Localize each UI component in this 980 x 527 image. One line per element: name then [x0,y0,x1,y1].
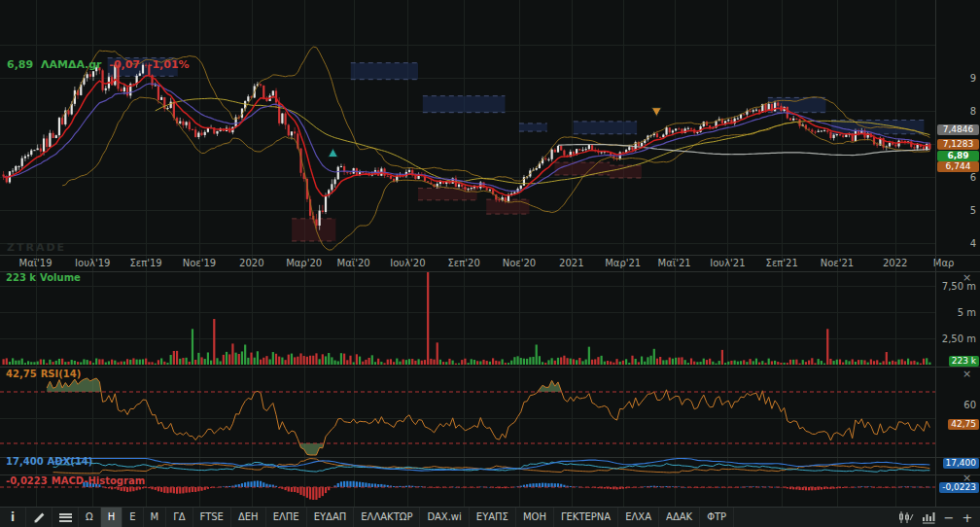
toolbar-item-ΕΛΛΑΚΤΩΡ[interactable]: ΕΛΛΑΚΤΩΡ [354,508,420,527]
macd-layer [83,480,930,500]
chart-canvas[interactable]: Μαϊ'19Ιουλ'19Σεπ'19Νοε'192020Μαρ'20Μαϊ'2… [0,0,980,507]
zoom-in-button[interactable]: + [960,510,975,525]
toolbar-item-FTSE[interactable]: FTSE [193,508,231,527]
list-icon [59,511,72,523]
svg-text:Μαϊ'20: Μαϊ'20 [337,258,370,268]
svg-text:2022: 2022 [883,258,907,268]
svg-text:Μαϊ'19: Μαϊ'19 [19,258,52,268]
price-tag-ma-lower: 6,744 [937,161,979,172]
last-price-tag: 6,89 [937,151,979,161]
svg-text:5 m: 5 m [958,307,976,318]
volume-histogram-button[interactable] [919,510,938,524]
svg-text:Νοε'20: Νοε'20 [503,258,536,268]
toolbar-item-ΕΥΑΠΣ[interactable]: ΕΥΑΠΣ [470,508,516,527]
toolbar-items: ΩΗΕΜΓΔFTSEΔΕΗΕΛΠΕΕΥΔΑΠΕΛΛΑΚΤΩΡDAX.wiΕΥΑΠ… [79,508,734,527]
toolbar-item-Η[interactable]: Η [101,508,123,527]
toolbar-item-ΔΕΗ[interactable]: ΔΕΗ [231,508,266,527]
toolbar-item-Ω[interactable]: Ω [79,508,101,527]
bottom-toolbar: i ΩΗΕΜΓΔFTSEΔΕΗΕΛΠΕΕΥΔΑΠΕΛΛΑΚΤΩΡDAX.wiΕΥ… [0,507,980,527]
toolbar-item-Ε[interactable]: Ε [122,508,143,527]
rsi-last-tag: 42,75 [948,419,979,430]
macd-last-tag: -0,0223 [939,482,979,493]
toolbar-right-group: − + [896,508,980,527]
indicator-list-button[interactable] [52,508,79,527]
price-tag-sma: 7,4846 [937,124,979,135]
histogram-icon [922,510,936,524]
toolbar-item-ΜΟΗ[interactable]: ΜΟΗ [516,508,554,527]
zoom-out-button[interactable]: − [941,510,957,525]
svg-text:Μαρ'21: Μαρ'21 [605,258,641,268]
close-rsi-panel-icon[interactable]: × [962,369,972,380]
svg-text:2020: 2020 [239,258,263,268]
svg-text:8: 8 [970,106,976,117]
toolbar-item-DAX.wi[interactable]: DAX.wi [420,508,469,527]
toolbar-item-ΕΛΠΕ[interactable]: ΕΛΠΕ [266,508,307,527]
chart-type-button[interactable] [896,510,916,524]
svg-text:Ιουλ'19: Ιουλ'19 [75,258,110,268]
svg-text:9: 9 [970,73,976,84]
svg-text:Σεπ'19: Σεπ'19 [129,258,161,268]
pencil-icon [33,511,46,524]
svg-text:2021: 2021 [559,258,583,268]
supply-demand-zones [108,58,925,241]
trading-app-window: Μαϊ'19Ιουλ'19Σεπ'19Νοε'192020Μαρ'20Μαϊ'2… [0,0,980,527]
toolbar-item-ΦΤΡ[interactable]: ΦΤΡ [700,508,734,527]
adx-last-tag: 17,400 [943,458,980,469]
volume-last-tag: 223 k [949,356,979,367]
toolbar-item-ΓΕΚΤΕΡΝΑ[interactable]: ΓΕΚΤΕΡΝΑ [554,508,618,527]
close-volume-panel-icon[interactable]: × [962,273,972,284]
svg-text:Μαϊ'21: Μαϊ'21 [658,258,691,268]
svg-text:6: 6 [970,172,976,183]
svg-text:Μαρ: Μαρ [933,258,955,268]
svg-text:Νοε'19: Νοε'19 [183,258,216,268]
toolbar-item-ΕΥΔΑΠ[interactable]: ΕΥΔΑΠ [307,508,355,527]
svg-text:4: 4 [970,238,976,249]
price-tag-ma-upper: 7,1283 [937,139,979,150]
svg-text:60: 60 [963,400,976,410]
candlestick-chart-icon [898,510,914,524]
svg-text:Μαρ'20: Μαρ'20 [286,258,322,268]
svg-text:Ιουλ'21: Ιουλ'21 [710,258,745,268]
toolbar-item-Μ[interactable]: Μ [144,508,167,527]
svg-text:2,50 m: 2,50 m [942,334,976,344]
svg-text:Νοε'21: Νοε'21 [821,258,854,268]
toolbar-item-ΕΛΧΑ[interactable]: ΕΛΧΑ [618,508,659,527]
svg-text:5: 5 [970,205,976,216]
svg-text:Ιουλ'20: Ιουλ'20 [390,258,425,268]
svg-text:Σεπ'21: Σεπ'21 [766,258,798,268]
svg-text:Σεπ'20: Σεπ'20 [448,258,480,268]
adx-layer [53,458,930,473]
close-macd-panel-icon[interactable]: × [962,474,972,484]
toolbar-item-ΑΔΑΚ[interactable]: ΑΔΑΚ [659,508,700,527]
info-button[interactable]: i [0,508,26,527]
toolbar-item-ΓΔ[interactable]: ΓΔ [166,508,192,527]
info-icon: i [11,510,15,524]
draw-tool-button[interactable] [26,508,52,527]
